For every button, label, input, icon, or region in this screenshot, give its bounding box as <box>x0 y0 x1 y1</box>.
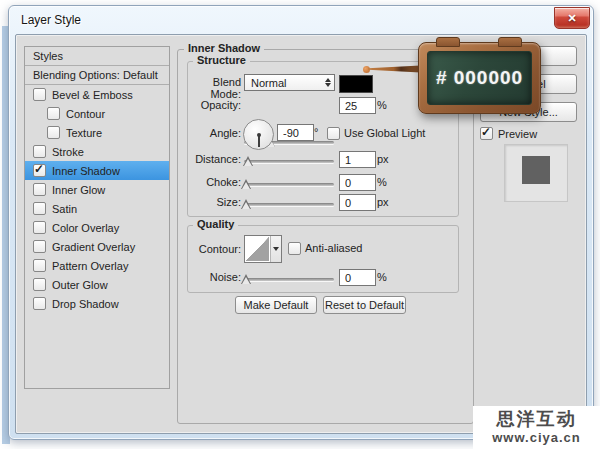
sidebar-item-label: Stroke <box>52 146 84 158</box>
sidebar-item-label: Outer Glow <box>52 279 108 291</box>
preview-checkbox[interactable]: ✓ <box>480 127 493 140</box>
size-row: Size: px <box>188 194 458 214</box>
contour-picker[interactable] <box>244 235 282 263</box>
checkbox-icon[interactable]: ✓ <box>33 297 46 310</box>
chevron-down-icon[interactable] <box>270 236 281 262</box>
distance-input[interactable] <box>339 151 376 168</box>
checkbox-icon[interactable]: ✓ <box>33 145 46 158</box>
choke-input[interactable] <box>339 174 376 191</box>
anti-aliased-checkbox[interactable]: ✓ <box>288 242 301 255</box>
noise-unit: % <box>377 271 387 283</box>
sidebar-item-label: Contour <box>66 108 105 120</box>
size-input[interactable] <box>339 194 376 211</box>
size-slider[interactable] <box>244 198 334 210</box>
sidebar-item-label: Texture <box>66 127 102 139</box>
checkbox-icon[interactable]: ✓ <box>33 259 46 272</box>
sidebar-item-drop-shadow[interactable]: ✓ Drop Shadow <box>25 294 169 313</box>
noise-input[interactable] <box>339 269 376 286</box>
sidebar-item-label: Satin <box>52 203 77 215</box>
sidebar-item-pattern-overlay[interactable]: ✓ Pattern Overlay <box>25 256 169 275</box>
sidebar-item-label: Pattern Overlay <box>52 260 128 272</box>
angle-input[interactable] <box>277 124 314 141</box>
use-global-light-label: Use Global Light <box>344 127 425 139</box>
sidebar-item-texture[interactable]: ✓ Texture <box>25 123 169 142</box>
color-callout-chalkboard: # 000000 <box>418 42 541 114</box>
distance-unit: px <box>377 153 389 165</box>
preview-label: Preview <box>498 128 537 140</box>
watermark-brand: 思洋互动 <box>473 408 600 430</box>
sidebar-item-label: Bevel & Emboss <box>52 89 133 101</box>
make-default-button[interactable]: Make Default <box>235 296 317 314</box>
angle-unit: ° <box>314 126 318 138</box>
sidebar-item-color-overlay[interactable]: ✓ Color Overlay <box>25 218 169 237</box>
checkbox-icon[interactable]: ✓ <box>33 240 46 253</box>
watermark: 思洋互动 www.ciya.cn <box>473 406 600 449</box>
titlebar[interactable]: Layer Style ✕ <box>9 6 593 34</box>
slider-track <box>244 160 334 163</box>
sidebar-item-inner-glow[interactable]: ✓ Inner Glow <box>25 180 169 199</box>
preview-thumbnail <box>504 144 568 202</box>
sidebar-item-outer-glow[interactable]: ✓ Outer Glow <box>25 275 169 294</box>
structure-group-title: Structure <box>193 54 250 66</box>
checkmark-icon: ✓ <box>34 162 44 176</box>
sidebar-item-label: Inner Glow <box>52 184 105 196</box>
choke-slider[interactable] <box>244 178 334 190</box>
size-unit: px <box>377 196 389 208</box>
choke-row: Choke: % <box>188 174 458 194</box>
angle-dial[interactable] <box>243 119 274 150</box>
noise-slider[interactable] <box>244 273 334 285</box>
close-icon: ✕ <box>567 13 576 24</box>
sidebar-item-inner-shadow[interactable]: ✓ Inner Shadow <box>25 161 169 180</box>
checkbox-icon[interactable]: ✓ <box>33 278 46 291</box>
sidebar-item-label: Drop Shadow <box>52 298 119 310</box>
angle-hub <box>257 133 261 137</box>
opacity-input[interactable] <box>339 97 376 114</box>
distance-slider[interactable] <box>244 155 334 167</box>
slider-track <box>244 183 334 186</box>
blend-mode-select[interactable]: Normal <box>244 74 335 91</box>
sidebar-item-contour[interactable]: ✓ Contour <box>25 104 169 123</box>
sidebar-item-stroke[interactable]: ✓ Stroke <box>25 142 169 161</box>
window-title: Layer Style <box>21 13 81 27</box>
opacity-unit: % <box>377 99 387 111</box>
slider-thumb[interactable] <box>241 179 252 190</box>
watermark-url: www.ciya.cn <box>473 430 600 445</box>
color-hex-label: # 000000 <box>436 67 523 89</box>
close-button[interactable]: ✕ <box>554 7 590 29</box>
opacity-label: Opacity: <box>188 99 241 111</box>
contour-thumbnail <box>246 237 269 261</box>
slider-thumb[interactable] <box>241 199 252 210</box>
shadow-color-swatch[interactable] <box>339 75 373 93</box>
noise-label: Noise: <box>188 271 241 283</box>
sidebar-item-label: Color Overlay <box>52 222 119 234</box>
angle-row: Angle: ° ✓ Use Global Light <box>188 119 458 151</box>
checkbox-icon[interactable]: ✓ <box>47 126 60 139</box>
checkbox-icon[interactable]: ✓ <box>33 202 46 215</box>
quality-group: Quality Contour: ✓ Anti-aliased Noise: <box>187 225 459 293</box>
slider-thumb[interactable] <box>241 274 252 285</box>
sidebar-item-gradient-overlay[interactable]: ✓ Gradient Overlay <box>25 237 169 256</box>
screenshot-root: Layer Style ✕ Styles Blending Options: D… <box>0 0 600 449</box>
slider-thumb[interactable] <box>243 156 254 167</box>
use-global-light-checkbox[interactable]: ✓ <box>327 127 340 140</box>
chalkboard-surface: # 000000 <box>427 51 532 105</box>
sidebar-item-blending-options[interactable]: Blending Options: Default <box>25 66 169 85</box>
slider-track <box>244 203 334 206</box>
quality-group-title: Quality <box>193 218 238 230</box>
slider-track <box>244 278 334 281</box>
chalkboard-tab <box>436 37 460 47</box>
checkbox-icon[interactable]: ✓ <box>33 183 46 196</box>
sidebar-item-satin[interactable]: ✓ Satin <box>25 199 169 218</box>
checkbox-icon[interactable]: ✓ <box>33 164 46 177</box>
reset-to-default-button[interactable]: Reset to Default <box>323 296 406 314</box>
sidebar-item-bevel-emboss[interactable]: ✓ Bevel & Emboss <box>25 85 169 104</box>
chalkboard-tab <box>498 37 522 47</box>
sidebar-item-label: Gradient Overlay <box>52 241 135 253</box>
angle-label: Angle: <box>188 127 241 139</box>
size-label: Size: <box>188 196 241 208</box>
checkbox-icon[interactable]: ✓ <box>47 107 60 120</box>
preview-square <box>522 156 550 184</box>
checkbox-icon[interactable]: ✓ <box>33 221 46 234</box>
choke-label: Choke: <box>188 176 241 188</box>
checkbox-icon[interactable]: ✓ <box>33 88 46 101</box>
